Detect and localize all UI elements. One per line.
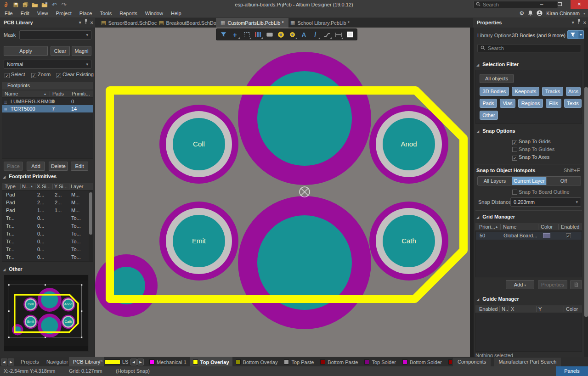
snap-options-section[interactable]: ◢ Snap Options [476,128,515,134]
layer-tab-bottom-paste[interactable]: Bottom Paste [317,357,361,367]
restore-button[interactable] [550,0,569,9]
pad-2-bottom[interactable] [238,196,371,329]
primitive-row[interactable]: Tr...0...To... [2,230,89,238]
component-icon[interactable] [264,29,275,39]
segment-all-layers[interactable]: All Layers [478,177,512,185]
primitive-row[interactable]: Tr...0...To... [2,253,89,261]
clear-existing-checkbox[interactable]: ✓ Clear Existing [56,72,94,78]
grid-color-swatch[interactable] [543,233,550,238]
snap-to-axes-checkbox[interactable]: ✓ Snap To Axes [512,154,549,161]
minimize-button[interactable]: – [533,0,550,9]
layer-tab-top-overlay[interactable]: Top Overlay [190,357,232,367]
canvas-scrollbar[interactable] [470,28,473,357]
guide-manager-section[interactable]: ◢ Guide Manager [476,296,519,302]
footprint-row-tcrt5000[interactable]: ⣶ TCRT5000 7 14 [2,105,93,112]
grid-table-header[interactable]: Priori... ▴ Name Color Enabled [475,223,582,230]
menu-project[interactable]: Project [53,9,75,17]
select-checkbox[interactable]: ✓ Select [5,72,25,78]
object-filter-button[interactable] [567,30,578,39]
filter-chip-tracks[interactable]: Tracks [542,87,563,96]
filter-chip-arcs[interactable]: Arcs [566,87,581,96]
primitives-scrollbar[interactable] [89,191,93,262]
menu-view[interactable]: View [34,9,51,17]
footprint-primitives-section[interactable]: ◢ Footprint Primitives [3,174,57,179]
notifications-bell-icon[interactable] [528,10,533,17]
menu-edit[interactable]: Edit [17,9,33,17]
menu-window[interactable]: Window [142,9,166,17]
panel-dropdown-icon[interactable]: ▾ [572,18,574,28]
doc-tab-school-library[interactable]: ▦ School Library.PcbLib * [286,18,354,28]
user-avatar[interactable] [537,10,543,17]
grid-enabled-checkbox[interactable]: ✓ [566,233,571,238]
pad-icon[interactable] [276,29,286,39]
account-caret-icon[interactable]: ▾ [583,11,585,16]
apply-button[interactable]: Apply [4,46,48,56]
menu-tools[interactable]: Tools [96,9,115,17]
doc-tab-custompartslib[interactable]: ▦ CustomPartsLib.PcbLib * [216,18,288,28]
grid-manager-section[interactable]: ◢ Grid Manager [476,214,515,219]
filter-chip-regions[interactable]: Regions [518,99,543,108]
account-name[interactable]: Kiran Chinnam [546,11,580,16]
snap-distance-combo[interactable]: 0.203mm▾ [510,197,581,207]
layer-tab-bottom-solder[interactable]: Bottom Solder [399,357,445,367]
pad-1-top[interactable] [238,52,371,185]
primitive-row[interactable]: Tr...0...To... [2,238,89,246]
footprints-table-header[interactable]: Name ▴ Pads Primiti... [2,90,93,97]
filter-chip-keepouts[interactable]: Keepouts [512,87,539,96]
panel-pin-icon[interactable] [84,18,88,28]
move-icon[interactable]: + [230,29,240,39]
panel-close-icon[interactable]: × [90,18,93,28]
panels-button[interactable]: Panels [556,366,588,376]
panel-tabs-scroll-left[interactable]: ◀ [1,359,7,365]
filter-chip-fills[interactable]: Fills [546,99,561,108]
footprint-row-lumberg[interactable]: ⣶ LUMBERG-KRM08 0 0 [2,98,93,105]
string-icon[interactable]: A [299,29,309,39]
properties-scrollbar[interactable] [584,28,588,357]
edit-footprint-button[interactable]: Edit [71,162,88,171]
segment-current-layer[interactable]: Current Layer [512,177,547,185]
guide-table-header[interactable]: Enabled N.. X Y Color [475,305,582,313]
layer-tab-top-solder[interactable]: Top Solder [361,357,399,367]
layer-tab-drill-guide[interactable]: Drill Guide [445,357,452,367]
line-icon[interactable]: / [310,29,321,39]
menu-file[interactable]: File [1,9,16,17]
mode-combo[interactable]: Normal▾ [4,60,91,69]
panel-dropdown-icon[interactable]: ▾ [79,18,81,28]
place-button[interactable]: Place [4,162,23,171]
panel-tab-navigator[interactable]: Navigator [42,357,72,367]
fill-icon[interactable] [345,29,355,39]
via-icon[interactable] [287,29,298,39]
footprint-preview[interactable]: Coll Anod Emit Cath [4,275,89,352]
settings-gear-icon[interactable]: ⚙ [519,10,524,17]
layer-tab-top-paste[interactable]: Top Paste [281,357,317,367]
panel-tab-manufacturer-part-search[interactable]: Manufacturer Part Search [494,358,561,366]
layer-scroll-left[interactable]: ◀ [130,359,137,365]
grid-row-global-board[interactable]: 50 Global Board... ✓ [476,232,582,240]
panel-tab-components[interactable]: Components [453,358,491,366]
panel-tab-clipped[interactable]: P [99,357,105,367]
filter-chip-pads[interactable]: Pads [480,99,497,108]
pad-corner[interactable] [95,254,158,317]
grid-delete-button[interactable] [570,280,582,289]
filter-chip-texts[interactable]: Texts [564,99,582,108]
filter-chip-3d-bodies[interactable]: 3D Bodies [480,87,509,96]
add-footprint-button[interactable]: Add [27,162,45,171]
properties-search-input[interactable]: Search [477,44,581,52]
grid-add-button[interactable]: Add ▾ [506,280,534,289]
primitives-table-header[interactable]: Type N... ▴ X-Si... Y-Si... Layer [2,183,93,190]
mask-combo[interactable]: ▾ [19,30,91,39]
other-section[interactable]: ◢ Other [3,266,23,272]
all-objects-button[interactable]: All objects [480,74,514,83]
place-array-icon[interactable] [253,29,263,39]
delete-footprint-button[interactable]: Delete [49,162,68,171]
object-filter-caret[interactable]: ▾ [578,30,584,39]
dimension-icon[interactable] [333,29,344,39]
segment-off[interactable]: Off [547,177,581,185]
primitive-row[interactable]: Tr...0...To... [2,222,89,230]
zoom-checkbox[interactable]: ✓ Zoom [31,72,51,78]
selection-filter-section[interactable]: ◢ Selection Filter [476,62,519,67]
doc-tab-sensorboard[interactable]: ▤ SensorBoard.SchDoc [96,18,161,28]
panel-pin-icon[interactable] [577,18,581,28]
primitive-row[interactable]: Pad2...2...M... [2,199,89,207]
panel-tabs-scroll-right[interactable]: ▶ [8,359,14,365]
